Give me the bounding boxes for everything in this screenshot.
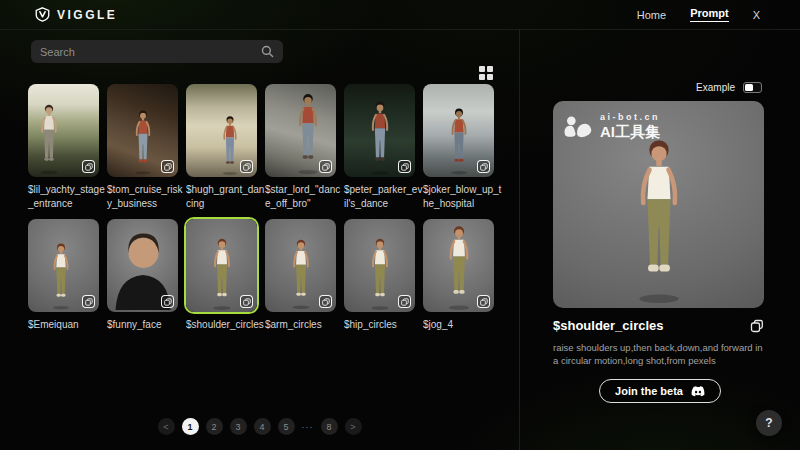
- nav-item-x[interactable]: X: [753, 9, 760, 21]
- detail-description: raise shoulders up,then back,down,and fo…: [553, 341, 765, 367]
- nav-item-home[interactable]: Home: [637, 9, 666, 21]
- detail-title: $shoulder_circles: [553, 318, 664, 333]
- card-person-figure: [125, 108, 161, 175]
- help-button[interactable]: ?: [756, 410, 782, 436]
- gallery-card[interactable]: [423, 219, 494, 312]
- toggle-knob: [745, 84, 753, 91]
- pagination-page-5[interactable]: 5: [278, 418, 295, 435]
- card-person-figure: [360, 236, 400, 310]
- join-beta-label: Join the beta: [615, 385, 683, 397]
- copy-icon[interactable]: [750, 319, 764, 333]
- gallery-cell: $jog_4: [423, 219, 502, 332]
- card-label: $lil_yachty_stage_entrance: [28, 183, 108, 211]
- watermark-line1: ai-bot.cn: [600, 112, 660, 122]
- copy-icon[interactable]: [240, 295, 253, 308]
- gallery-cell: $lil_yachty_stage_entrance: [28, 84, 107, 211]
- gallery-card[interactable]: [28, 219, 99, 312]
- card-label: $shoulder_circles: [186, 318, 266, 332]
- copy-icon[interactable]: [319, 160, 332, 173]
- pagination-page-3[interactable]: 3: [230, 418, 247, 435]
- card-label: $peter_parker_evil's_dance: [344, 183, 424, 211]
- preview-person-figure: [613, 134, 704, 304]
- copy-icon[interactable]: [82, 160, 95, 173]
- card-person-figure: [281, 237, 320, 310]
- card-label: $hip_circles: [344, 318, 424, 332]
- copy-icon[interactable]: [240, 160, 253, 173]
- template-grid: $lil_yachty_stage_entrance$tom_cruise_ri…: [28, 84, 494, 332]
- example-preview[interactable]: ai-bot.cn AI工具集: [553, 101, 764, 308]
- pagination-page-8[interactable]: 8: [321, 418, 338, 435]
- copy-icon[interactable]: [477, 295, 490, 308]
- gallery-cell: $joker_blow_up_the_hospital: [423, 84, 502, 211]
- gallery-cell: $peter_parker_evil's_dance: [344, 84, 423, 211]
- gallery-cell: $shoulder_circles: [186, 219, 265, 332]
- brand-name: VIGGLE: [57, 8, 117, 22]
- pagination-prev-button[interactable]: <: [158, 418, 175, 435]
- card-label: $joker_blow_up_the_hospital: [423, 183, 503, 211]
- detail-panel: Example ai-bot.: [520, 30, 800, 450]
- gallery-card[interactable]: [107, 219, 178, 312]
- gallery-cell: $Emeiquan: [28, 219, 107, 332]
- card-person-figure: [30, 102, 69, 175]
- gallery-cell: $star_lord_"dance_off_bro": [265, 84, 344, 211]
- join-beta-button[interactable]: Join the beta: [599, 379, 721, 403]
- pagination-page-1[interactable]: 1: [182, 418, 199, 435]
- card-person-figure: [435, 223, 482, 310]
- brand[interactable]: VIGGLE: [35, 7, 117, 22]
- card-person-figure: [202, 236, 242, 310]
- card-label: $funny_face: [107, 318, 187, 332]
- copy-icon[interactable]: [398, 295, 411, 308]
- example-label: Example: [696, 82, 735, 93]
- gallery-cell: $hip_circles: [344, 219, 423, 332]
- gallery-cell: $hugh_grant_dancing: [186, 84, 265, 211]
- grid-view-icon[interactable]: [478, 65, 494, 81]
- gallery-card[interactable]: [265, 219, 336, 312]
- gallery-card[interactable]: [28, 84, 99, 177]
- example-toggle[interactable]: [743, 82, 762, 93]
- top-header: VIGGLE HomePromptX: [0, 0, 800, 30]
- copy-icon[interactable]: [161, 295, 174, 308]
- pagination-page-4[interactable]: 4: [254, 418, 271, 435]
- pagination-ellipsis: ···: [302, 418, 314, 435]
- pagination: <12345···8>: [0, 418, 519, 435]
- card-label: $jog_4: [423, 318, 503, 332]
- card-label: $tom_cruise_risky_business: [107, 183, 187, 211]
- card-person-figure: [440, 106, 477, 175]
- card-person-figure: [42, 241, 79, 310]
- search-input[interactable]: [40, 46, 261, 58]
- gallery-cell: $arm_circles: [265, 219, 344, 332]
- copy-icon[interactable]: [398, 160, 411, 173]
- search-icon[interactable]: [261, 45, 274, 58]
- card-label: $hugh_grant_dancing: [186, 183, 266, 211]
- gallery-card[interactable]: [344, 84, 415, 177]
- discord-icon: [691, 386, 705, 397]
- nav-item-prompt[interactable]: Prompt: [690, 7, 729, 22]
- card-label: $arm_circles: [265, 318, 345, 332]
- card-person-figure: [359, 99, 400, 175]
- viggle-logo-icon: [35, 7, 50, 22]
- gallery-card[interactable]: [265, 84, 336, 177]
- gallery-cell: $tom_cruise_risky_business: [107, 84, 186, 211]
- gallery-card[interactable]: [186, 84, 257, 177]
- gallery-card[interactable]: [344, 219, 415, 312]
- gallery-panel: $lil_yachty_stage_entrance$tom_cruise_ri…: [0, 30, 520, 450]
- card-label: $Emeiquan: [28, 318, 108, 332]
- copy-icon[interactable]: [319, 295, 332, 308]
- copy-icon[interactable]: [477, 160, 490, 173]
- gallery-card[interactable]: [107, 84, 178, 177]
- gallery-card[interactable]: [186, 219, 257, 312]
- card-label: $star_lord_"dance_off_bro": [265, 183, 345, 211]
- gallery-card[interactable]: [423, 84, 494, 177]
- copy-icon[interactable]: [161, 160, 174, 173]
- copy-icon[interactable]: [82, 295, 95, 308]
- top-nav: HomePromptX: [637, 7, 760, 22]
- pagination-page-2[interactable]: 2: [206, 418, 223, 435]
- gallery-cell: $funny_face: [107, 219, 186, 332]
- ai-bot-logo-icon: [563, 115, 593, 140]
- search-bar[interactable]: [31, 40, 283, 63]
- pagination-next-button[interactable]: >: [345, 418, 362, 435]
